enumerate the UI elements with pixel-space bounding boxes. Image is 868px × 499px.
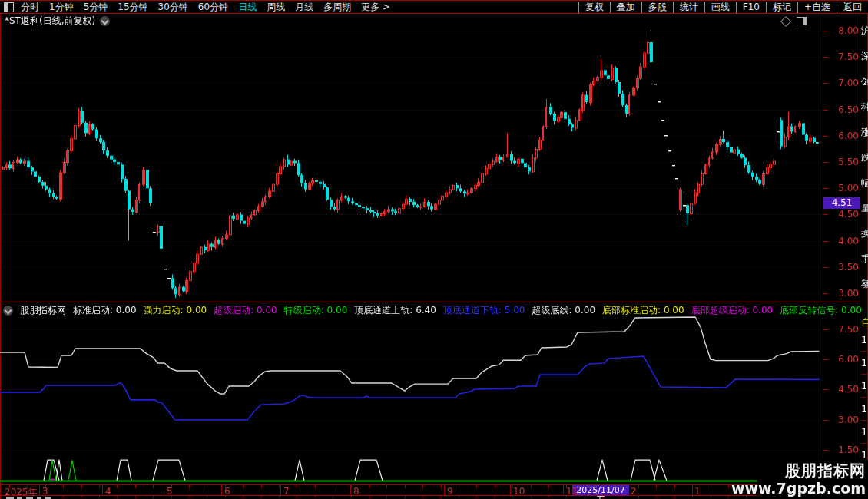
strip-digit-row-4: 1 — [861, 421, 868, 444]
period-tab-1[interactable]: 1分钟 — [49, 1, 74, 14]
main-axis-label-1: 7.50 — [825, 51, 859, 62]
month-label-6: 9 — [447, 486, 453, 497]
watermark-site-name: 股朋指标网 — [785, 462, 866, 480]
watermark: 股朋指标网 www.7gpzb.com — [757, 460, 868, 499]
strip-yellow-glyph: 自 — [861, 316, 868, 329]
indicator-field-9: 底部反转信号: 0.00 — [780, 304, 862, 317]
month-label-10: 1 — [694, 486, 701, 497]
strip-digit-row-1: 1 — [861, 352, 868, 375]
chevron-down-circle-icon[interactable] — [3, 306, 13, 316]
top-toolbar: 分时1分钟5分钟15分钟30分钟60分钟日线周线月线多周期更多 > 复权叠加多股… — [0, 0, 868, 14]
period-tab-4[interactable]: 30分钟 — [158, 1, 188, 14]
strip-glyph-10: 额 — [861, 278, 868, 291]
indicator-field-1: 强力启动: 0.00 — [144, 304, 207, 317]
main-axis-label-5: 5.50 — [825, 157, 859, 167]
window-split-icon[interactable] — [4, 2, 14, 12]
strip-glyph-2: 创 — [861, 75, 868, 88]
symbol-title: *ST返利(日线,前复权) — [5, 15, 95, 28]
strip-digit-row-3: 1 — [861, 398, 868, 421]
month-label-3: 6 — [224, 486, 230, 497]
main-axis-label-7: 4.50 — [825, 209, 859, 220]
toolbar-button-4[interactable]: 画线 — [704, 2, 736, 13]
main-axis-label-8: 4.00 — [825, 236, 859, 246]
toolbar-button-8[interactable]: 返回 — [837, 2, 868, 13]
toolbar-button-1[interactable]: 叠加 — [610, 2, 641, 13]
corner-icons — [782, 17, 807, 25]
lower-axis-label-3: 3.00 — [825, 415, 859, 425]
period-tab-6[interactable]: 日线 — [238, 1, 257, 14]
toolbar-button-5[interactable]: F10 — [736, 2, 766, 13]
period-tab-10[interactable]: 更多 > — [361, 1, 390, 14]
month-label-0: 3 — [42, 486, 48, 497]
main-axis-label-4: 6.00 — [825, 131, 859, 141]
period-tabs: 分时1分钟5分钟15分钟30分钟60分钟日线周线月线多周期更多 > — [21, 1, 400, 14]
period-tab-5[interactable]: 60分钟 — [198, 1, 228, 14]
period-tab-3[interactable]: 15分钟 — [118, 1, 147, 14]
year-label: 2025年 — [5, 486, 38, 499]
month-label-9: 2 — [631, 486, 637, 497]
main-axis-label-3: 6.50 — [825, 104, 859, 115]
month-label-5: 8 — [353, 486, 359, 497]
indicator-fields: 标准启动: 0.00强力启动: 0.00超级启动: 0.00特级启动: 0.00… — [73, 304, 862, 317]
month-label-2: 5 — [167, 486, 173, 497]
indicator-field-0: 标准启动: 0.00 — [73, 304, 137, 317]
strip-glyph-3: 科 — [861, 101, 868, 114]
indicator-field-8: 底部超级启动: 0.00 — [691, 304, 774, 317]
main-axis-label-10: 3.00 — [825, 288, 859, 299]
strip-glyph-9: 手 — [861, 253, 868, 266]
strip-digit-row-0: 1 — [861, 329, 868, 352]
panel-layout-icon[interactable] — [797, 17, 807, 25]
strip-digit-row-2: 1 — [861, 375, 868, 398]
indicator-field-5: 顶底通道下轨: 5.00 — [443, 304, 525, 317]
strip-glyph-7: 量 — [861, 202, 868, 215]
period-tab-0[interactable]: 分时 — [21, 1, 39, 14]
watermark-url: www.7gpzb.com — [731, 480, 866, 497]
period-tab-2[interactable]: 5分钟 — [84, 1, 108, 14]
quote-strip-cutoff: 沪深创科涨跌幅量换手额自1111111 — [861, 14, 868, 499]
toolbar-button-6[interactable]: 标记 — [766, 2, 797, 13]
month-label-1: 4 — [105, 486, 111, 497]
price-tag: 4.51 — [823, 197, 860, 209]
strip-glyph-4: 涨 — [861, 126, 868, 139]
indicator-row: 股朋指标网 标准启动: 0.00强力启动: 0.00超级启动: 0.00特级启动… — [3, 304, 862, 317]
indicator-field-6: 超级底线: 0.00 — [532, 304, 595, 317]
strip-glyph-6: 幅 — [861, 177, 868, 190]
toolbar-button-7[interactable]: +自选 — [797, 2, 837, 13]
toolbar-button-0[interactable]: 复权 — [578, 2, 610, 13]
period-tab-7[interactable]: 周线 — [267, 1, 285, 14]
symbol-bar: *ST返利(日线,前复权) — [5, 15, 110, 28]
strip-glyph-8: 换 — [861, 227, 868, 240]
lower-axis-label-0: 7.50 — [825, 324, 859, 335]
main-axis-label-9: 3.50 — [825, 262, 859, 273]
main-axis-label-0: 8.00 — [825, 25, 859, 36]
strip-glyph-0: 沪 — [861, 25, 868, 38]
chart-canvas[interactable] — [0, 0, 868, 499]
diamond-icon[interactable] — [780, 15, 791, 26]
main-axis-label-6: 5.00 — [825, 183, 859, 193]
strip-glyph-5: 跌 — [861, 151, 868, 164]
indicator-field-3: 特级启动: 0.00 — [284, 304, 348, 317]
main-axis-label-2: 7.00 — [825, 78, 859, 88]
toolbar-buttons: 复权叠加多股统计画线F10标记+自选返回 — [578, 1, 868, 13]
toolbar-button-3[interactable]: 统计 — [673, 2, 704, 13]
strip-glyph-1: 深 — [861, 50, 868, 63]
lower-axis-label-4: 1.50 — [825, 444, 859, 455]
month-label-8: 11 — [566, 486, 578, 497]
lower-axis-label-1: 6.00 — [825, 354, 859, 365]
indicator-field-2: 超级启动: 0.00 — [214, 304, 277, 317]
lower-axis-label-2: 4.50 — [825, 384, 859, 395]
indicator-source: 股朋指标网 — [20, 304, 66, 317]
indicator-field-4: 顶底通道上轨: 6.40 — [354, 304, 436, 317]
period-tab-8[interactable]: 月线 — [295, 1, 313, 14]
month-label-7: 10 — [513, 486, 525, 497]
month-label-4: 7 — [283, 486, 290, 497]
period-tab-9[interactable]: 多周期 — [323, 1, 351, 14]
toolbar-button-2[interactable]: 多股 — [641, 2, 673, 13]
date-tag: 2025/11/07五 — [572, 485, 629, 495]
indicator-field-7: 底部标准启动: 0.00 — [602, 304, 684, 317]
chevron-down-circle-icon[interactable] — [100, 16, 110, 26]
